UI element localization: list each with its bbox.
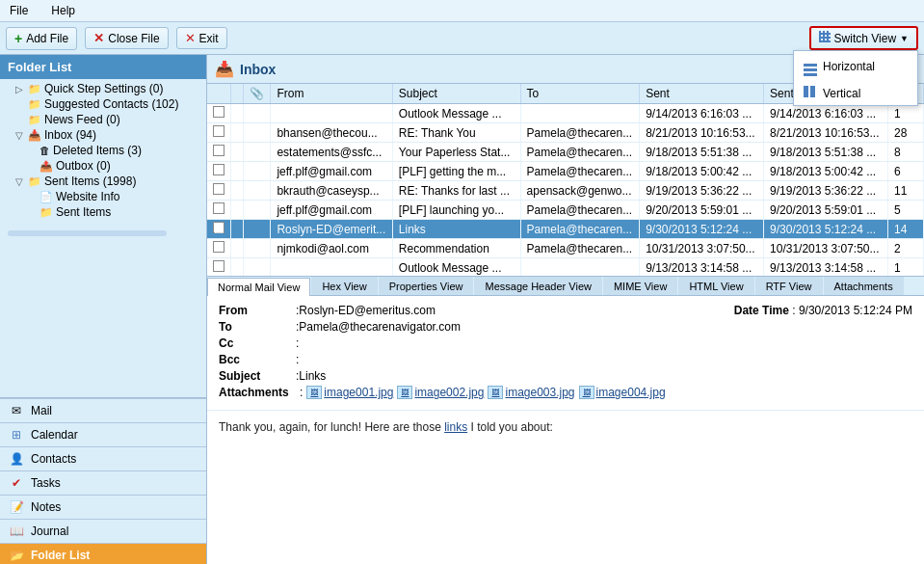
table-row[interactable]: bhansen@thecou... RE: Thank You Pamela@t… [207, 123, 924, 143]
row-attach [244, 123, 271, 143]
row-flag[interactable] [231, 239, 244, 258]
row-check[interactable] [207, 201, 231, 220]
row-flag[interactable] [231, 181, 244, 201]
col-subject[interactable]: Subject [392, 84, 520, 104]
folder-sent-items-sub[interactable]: 📁 Sent Items [0, 204, 206, 220]
row-kb: 2 [887, 239, 923, 258]
nav-notes[interactable]: 📝 Notes [0, 495, 206, 519]
vertical-option[interactable]: Vertical [794, 81, 917, 105]
tab-rtf-view[interactable]: RTF View [755, 277, 823, 295]
row-check[interactable] [207, 181, 231, 201]
row-flag[interactable] [231, 258, 244, 278]
switch-view-button[interactable]: Switch View ▼ [809, 26, 918, 50]
row-check[interactable] [207, 162, 231, 181]
folder-tree[interactable]: ▷ 📁 Quick Step Settings (0) 📁 Suggested … [0, 79, 206, 397]
folder-deleted[interactable]: 🗑 Deleted Items (3) [0, 143, 206, 158]
attachment-3[interactable]: 🖼 image003.jpg [488, 386, 574, 399]
mail-icon: ✉ [8, 404, 25, 417]
table-row[interactable]: bkrauth@caseysp... RE: Thanks for last .… [207, 181, 924, 201]
table-row[interactable]: jeff.plf@gmail.com [PLF] getting the m..… [207, 162, 924, 181]
folder-suggested[interactable]: 📁 Suggested Contacts (102) [0, 96, 206, 112]
nav-tasks[interactable]: ✔ Tasks [0, 470, 206, 495]
row-flag[interactable] [231, 123, 244, 143]
row-to: Pamela@thecaren... [520, 239, 640, 258]
row-check[interactable] [207, 123, 231, 143]
exit-label: Exit [199, 32, 219, 45]
attachment-4[interactable]: 🖼 image004.jpg [579, 386, 666, 399]
checkbox[interactable] [213, 202, 224, 214]
checkbox[interactable]: ☑ [213, 222, 224, 233]
row-from: jeff.plf@gmail.com [271, 162, 392, 181]
col-check[interactable] [207, 84, 231, 104]
checkbox[interactable] [213, 241, 224, 253]
nav-contacts[interactable]: 👤 Contacts [0, 446, 206, 470]
row-flag[interactable] [231, 162, 244, 181]
row-flag[interactable] [231, 220, 244, 239]
table-row[interactable]: Outlook Message ... 9/14/2013 6:16:03 ..… [207, 104, 924, 123]
exit-button[interactable]: ✕ Exit [176, 27, 227, 49]
row-flag[interactable] [231, 143, 244, 162]
col-sent[interactable]: Sent [640, 84, 764, 104]
add-file-button[interactable]: + Add File [6, 27, 77, 50]
row-check[interactable] [207, 104, 231, 123]
table-row[interactable]: estatements@ssfc... Your Paperless Stat.… [207, 143, 924, 162]
row-flag[interactable] [231, 201, 244, 220]
folder-sent-items[interactable]: ▽ 📁 Sent Items (1998) [0, 174, 206, 189]
nav-calendar[interactable]: ⊞ Calendar [0, 422, 206, 446]
col-from[interactable]: From [271, 84, 392, 104]
row-flag[interactable] [231, 104, 244, 123]
nav-folder-list[interactable]: 📂 Folder List [0, 543, 206, 564]
row-to: apensack@genwo... [520, 181, 640, 201]
add-icon: + [14, 31, 22, 46]
menu-help[interactable]: Help [47, 2, 79, 19]
tab-hex-view[interactable]: Hex View [311, 277, 377, 295]
table-row[interactable]: Outlook Message ... 9/13/2013 3:14:58 ..… [207, 258, 924, 278]
row-kb: 1 [887, 104, 923, 123]
tab-mime-view[interactable]: MIME View [603, 277, 677, 295]
horizontal-option[interactable]: Horizontal [794, 51, 917, 81]
journal-icon: 📖 [8, 524, 25, 538]
add-file-label: Add File [26, 32, 68, 45]
checkbox[interactable] [213, 145, 224, 156]
nav-journal[interactable]: 📖 Journal [0, 519, 206, 543]
col-to[interactable]: To [520, 84, 640, 104]
email-list[interactable]: 📎 From Subject To Sent Sent (KB) Outlook… [207, 84, 924, 277]
checkbox[interactable] [213, 164, 224, 175]
horizontal-icon [804, 56, 817, 76]
close-file-label: Close File [108, 32, 159, 45]
row-attach [244, 258, 271, 278]
close-file-button[interactable]: ✕ Close File [85, 27, 168, 49]
tab-attachments[interactable]: Attachments [824, 277, 904, 295]
row-check[interactable] [207, 239, 231, 258]
checkbox[interactable] [213, 183, 224, 195]
folder-inbox[interactable]: ▽ 📥 Inbox (94) [0, 127, 206, 143]
attachment-2[interactable]: 🖼 image002.jpg [397, 386, 484, 399]
tab-html-view[interactable]: HTML View [678, 277, 753, 295]
table-row[interactable]: jeff.plf@gmail.com [PLF] launching yo...… [207, 201, 924, 220]
col-attach[interactable]: 📎 [244, 84, 271, 104]
col-flag[interactable] [231, 84, 244, 104]
row-check[interactable]: ☑ [207, 220, 231, 239]
folder-news-feed[interactable]: 📁 News Feed (0) [0, 112, 206, 127]
checkbox[interactable] [213, 125, 224, 137]
body-link[interactable]: links [444, 420, 467, 434]
row-subject: Links [392, 220, 520, 239]
nav-mail[interactable]: ✉ Mail [0, 398, 206, 422]
table-row[interactable]: ☑ Roslyn-ED@emerit... Links Pamela@theca… [207, 220, 924, 239]
table-row[interactable]: njmkodi@aol.com Recommendation Pamela@th… [207, 239, 924, 258]
tab-message-header-view[interactable]: Message Header View [474, 277, 601, 295]
row-to: Pamela@thecaren... [520, 123, 640, 143]
folder-quick-step[interactable]: ▷ 📁 Quick Step Settings (0) [0, 81, 206, 96]
row-check[interactable] [207, 258, 231, 278]
checkbox[interactable] [213, 260, 224, 272]
tab-properties-view[interactable]: Properties View [379, 277, 474, 295]
menu-file[interactable]: File [6, 2, 32, 19]
attachment-1[interactable]: 🖼 image001.jpg [306, 386, 393, 399]
tab-normal-mail-view[interactable]: Normal Mail View [207, 278, 310, 296]
checkbox[interactable] [213, 106, 224, 118]
cc-row: Cc : [219, 336, 715, 350]
subject-value: Links [299, 369, 714, 383]
folder-outbox[interactable]: 📤 Outbox (0) [0, 158, 206, 174]
folder-website-info[interactable]: 📄 Website Info [0, 189, 206, 204]
row-check[interactable] [207, 143, 231, 162]
